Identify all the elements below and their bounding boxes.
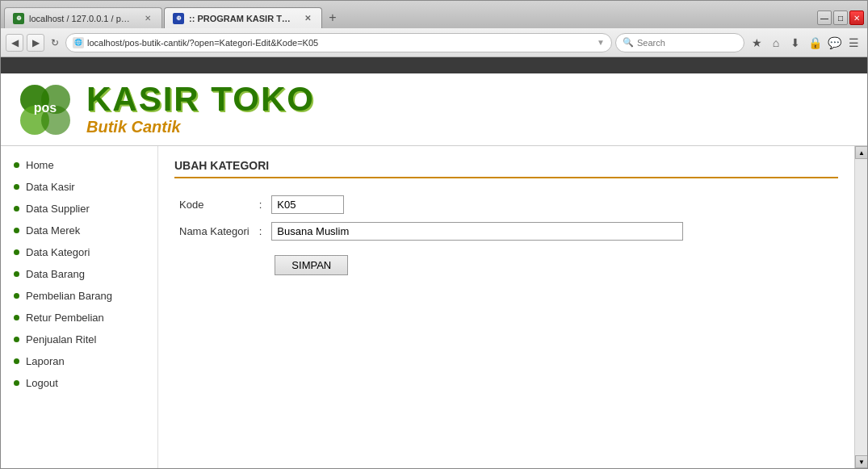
sidebar-label-barang: Data Barang (26, 268, 85, 280)
search-input[interactable] (637, 38, 734, 48)
address-text: localhost/pos-butik-cantik/?open=Kategor… (87, 38, 593, 48)
header-title-main: KASIR TOKO (86, 82, 315, 116)
window-controls: — □ ✕ (817, 10, 864, 25)
scroll-track[interactable] (855, 159, 867, 455)
logo-icon: pos (17, 82, 73, 138)
tab-bar: ⊕ localhost / 127.0.0.1 / pos_b... ✕ ⊕ :… (1, 1, 867, 28)
submit-cell: SIMPAN (266, 245, 688, 279)
label-nama-kategori: Nama Kategori (174, 218, 254, 245)
minimize-button[interactable]: — (817, 10, 832, 25)
bullet-pembelian (14, 293, 19, 299)
tab-1-favicon: ⊕ (13, 13, 24, 24)
bullet-merek (14, 228, 19, 233)
sidebar-label-supplier: Data Supplier (26, 203, 90, 215)
back-button[interactable]: ◀ (6, 34, 23, 52)
sidebar-label-pembelian: Pembelian Barang (26, 290, 112, 302)
simpan-button[interactable]: SIMPAN (275, 255, 348, 275)
label-kode: Kode (174, 191, 254, 218)
bullet-logout (14, 380, 19, 386)
svg-text:pos: pos (34, 101, 57, 115)
bullet-home (14, 162, 19, 168)
close-button[interactable]: ✕ (849, 10, 864, 25)
sidebar-label-kasir: Data Kasir (26, 181, 75, 193)
sidebar-item-penjualan-ritel[interactable]: Penjualan Ritel (1, 329, 157, 350)
form-table: Kode : Nama Kategori : (174, 191, 688, 279)
address-favicon: 🌐 (73, 37, 84, 48)
sidebar-item-laporan[interactable]: Laporan (1, 350, 157, 372)
page-content: pos KASIR TOKO Butik Cantik Home Data Ka… (1, 73, 867, 468)
sidebar-label-merek: Data Merek (26, 224, 80, 237)
toolbar-bar (1, 57, 867, 73)
sidebar-item-retur-pembelian[interactable]: Retur Pembelian (1, 307, 157, 329)
address-bar[interactable]: 🌐 localhost/pos-butik-cantik/?open=Kateg… (65, 33, 612, 52)
sidebar-label-home: Home (26, 159, 54, 171)
sidebar-item-data-merek[interactable]: Data Merek (1, 220, 157, 241)
sidebar-item-data-kategori[interactable]: Data Kategori (1, 241, 157, 263)
nav-bar: ◀ ▶ ↻ 🌐 localhost/pos-butik-cantik/?open… (1, 28, 867, 57)
form-row-nama: Nama Kategori : (174, 218, 688, 245)
form-row-submit: SIMPAN (174, 245, 688, 279)
nama-kategori-input[interactable] (271, 222, 683, 241)
nav-icon-buttons: ★ ⌂ ⬇ 🔒 💬 ☰ (748, 34, 862, 52)
sidebar-label-logout: Logout (26, 377, 58, 389)
header-banner: pos KASIR TOKO Butik Cantik (1, 73, 867, 146)
bullet-kategori (14, 249, 19, 255)
header-title-block: KASIR TOKO Butik Cantik (86, 82, 851, 136)
colon-kode: : (254, 191, 267, 218)
refresh-button[interactable]: ↻ (48, 37, 62, 48)
form-title: UBAH KATEGORI (174, 159, 838, 178)
scroll-down-button[interactable]: ▼ (855, 455, 867, 468)
colon-nama: : (254, 218, 267, 245)
header-title-sub: Butik Cantik (86, 118, 181, 136)
lock-icon[interactable]: 🔒 (806, 34, 824, 52)
sidebar-label-penjualan: Penjualan Ritel (26, 333, 96, 345)
submit-spacer-1 (174, 245, 254, 279)
menu-icon[interactable]: ☰ (845, 34, 862, 52)
sidebar-item-home[interactable]: Home (1, 154, 157, 176)
download-icon[interactable]: ⬇ (786, 34, 804, 52)
address-dropdown-icon: ▼ (597, 38, 605, 47)
tab-2-label: :: PROGRAM KASIR TOKO - BUTIK ... (189, 14, 294, 23)
bullet-supplier (14, 206, 19, 211)
content-area: UBAH KATEGORI Kode : Nama Kategori : (158, 146, 854, 468)
home-icon[interactable]: ⌂ (767, 34, 785, 52)
bullet-barang (14, 271, 19, 277)
tab-2-favicon: ⊕ (173, 13, 184, 24)
right-scrollbar[interactable]: ▲ ▼ (854, 146, 867, 468)
sidebar-item-data-kasir[interactable]: Data Kasir (1, 176, 157, 198)
forward-button[interactable]: ▶ (27, 34, 44, 52)
tab-2-close[interactable]: ✕ (302, 13, 313, 24)
sidebar-item-data-supplier[interactable]: Data Supplier (1, 198, 157, 220)
bullet-laporan (14, 358, 19, 364)
tab-1[interactable]: ⊕ localhost / 127.0.0.1 / pos_b... ✕ (4, 7, 162, 28)
form-row-kode: Kode : (174, 191, 688, 218)
tab-2[interactable]: ⊕ :: PROGRAM KASIR TOKO - BUTIK ... ✕ (164, 7, 322, 28)
new-tab-button[interactable]: + (324, 9, 342, 27)
search-bar[interactable]: 🔍 (615, 33, 744, 52)
input-kode-cell (266, 191, 688, 218)
sidebar-item-pembelian-barang[interactable]: Pembelian Barang (1, 285, 157, 307)
kode-input[interactable] (271, 195, 344, 214)
chat-icon[interactable]: 💬 (825, 34, 843, 52)
bullet-kasir (14, 184, 19, 190)
bullet-penjualan (14, 337, 19, 342)
submit-spacer-2 (254, 245, 267, 279)
maximize-button[interactable]: □ (833, 10, 848, 25)
sidebar-item-data-barang[interactable]: Data Barang (1, 263, 157, 285)
tab-1-label: localhost / 127.0.0.1 / pos_b... (29, 14, 134, 23)
main-layout: Home Data Kasir Data Supplier Data Merek… (1, 146, 867, 468)
sidebar-item-logout[interactable]: Logout (1, 372, 157, 394)
sidebar-label-kategori: Data Kategori (26, 246, 90, 258)
tab-1-close[interactable]: ✕ (142, 13, 153, 24)
sidebar-label-laporan: Laporan (26, 355, 65, 367)
input-nama-cell (266, 218, 688, 245)
bookmark-icon[interactable]: ★ (748, 34, 765, 52)
sidebar-label-retur: Retur Pembelian (26, 312, 104, 324)
bullet-retur (14, 315, 19, 320)
sidebar: Home Data Kasir Data Supplier Data Merek… (1, 146, 158, 468)
scroll-up-button[interactable]: ▲ (855, 146, 867, 159)
search-icon: 🔍 (623, 37, 634, 48)
